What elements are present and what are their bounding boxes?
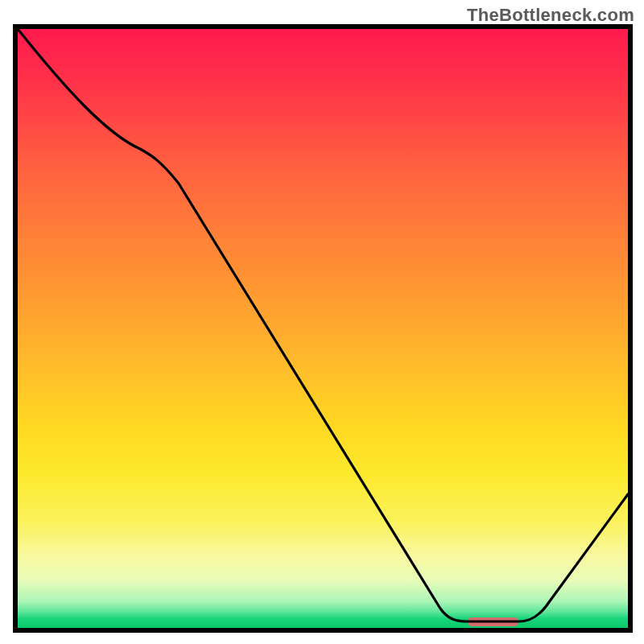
plot-area — [18, 29, 628, 628]
chart-container: TheBottleneck.com — [0, 0, 644, 644]
bottleneck-curve — [18, 29, 628, 621]
watermark-text: TheBottleneck.com — [467, 5, 634, 26]
chart-overlay — [18, 29, 628, 628]
